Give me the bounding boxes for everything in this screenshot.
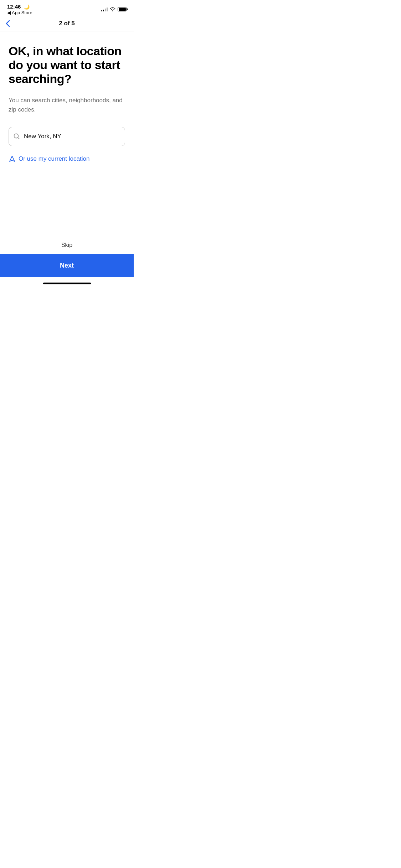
app-store-back[interactable]: ◀ App Store xyxy=(7,10,32,15)
back-arrow-small: ◀ xyxy=(7,10,11,15)
search-container xyxy=(9,127,125,146)
status-time: 12:46 🌙 xyxy=(7,4,30,10)
status-bar: 12:46 🌙 ◀ App Store xyxy=(0,0,134,16)
signal-bar-2 xyxy=(103,10,104,11)
wifi-icon xyxy=(110,7,115,11)
use-current-location-button[interactable]: Or use my current location xyxy=(9,154,89,164)
nav-bar: 2 of 5 xyxy=(0,16,134,31)
status-icons xyxy=(101,7,127,11)
bottom-section: Skip Next xyxy=(0,236,134,289)
home-bar xyxy=(43,283,91,284)
skip-label: Skip xyxy=(61,242,72,248)
step-indicator: 2 of 5 xyxy=(59,20,74,27)
signal-bar-1 xyxy=(101,10,102,11)
home-indicator xyxy=(0,277,134,289)
battery-icon xyxy=(118,7,127,11)
next-button[interactable]: Next xyxy=(0,254,134,277)
chevron-left-icon xyxy=(6,20,10,27)
back-button[interactable] xyxy=(6,20,10,27)
main-content: OK, in what location do you want to star… xyxy=(0,31,134,164)
signal-icon xyxy=(101,7,108,11)
signal-bar-4 xyxy=(107,7,108,11)
app-store-label: App Store xyxy=(12,10,32,15)
time-display: 12:46 xyxy=(7,4,21,10)
signal-bar-3 xyxy=(105,9,106,11)
search-icon xyxy=(14,133,20,140)
next-label: Next xyxy=(60,262,74,269)
moon-icon: 🌙 xyxy=(24,4,30,10)
page-heading: OK, in what location do you want to star… xyxy=(9,44,125,86)
location-search-input[interactable] xyxy=(9,127,125,146)
location-button-label: Or use my current location xyxy=(19,155,89,162)
skip-button[interactable]: Skip xyxy=(0,236,134,254)
battery-fill xyxy=(119,8,126,11)
status-left: 12:46 🌙 ◀ App Store xyxy=(7,4,32,15)
page-subtitle: You can search cities, neighborhoods, an… xyxy=(9,96,125,114)
location-arrow-icon xyxy=(9,155,16,162)
